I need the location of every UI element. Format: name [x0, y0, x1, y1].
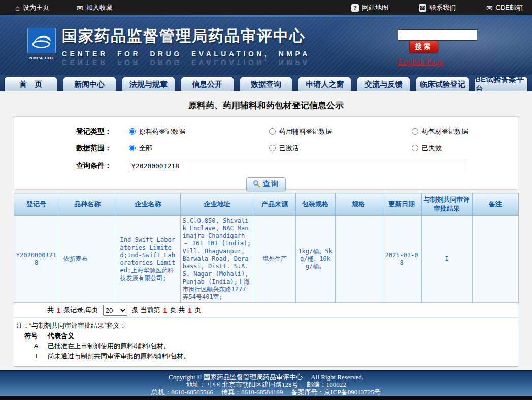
col-company: 企业名称	[116, 193, 180, 216]
note-item-a: A 已批准在上市制剂使用的原料/辅料/包材。	[16, 341, 514, 351]
header-search-area: 搜索 English Page	[398, 29, 519, 67]
note-header-meaning: 代表含义	[48, 331, 74, 341]
query-button[interactable]: 查询	[246, 177, 286, 191]
scope-row: 数据范围： 全部 已激活 已失效	[14, 140, 518, 157]
note-symbol-i: I	[24, 351, 48, 361]
radio-excipient-data-input[interactable]	[269, 128, 276, 135]
query-condition-label: 查询条件：	[76, 161, 118, 170]
nav-tab-clinical-trial[interactable]: 临床试验登记	[416, 77, 469, 91]
main-nav: 首 页 新闻中心 法规与规章 信息公开 数据查询 申请人之窗 交流与反馈 临床试…	[0, 75, 532, 91]
page-size-select[interactable]: 20	[103, 305, 127, 316]
nav-tab-feedback[interactable]: 交流与反馈	[357, 77, 410, 91]
english-page-link[interactable]: English Page	[398, 57, 443, 67]
page-root: ⌂ 设为主页 ✉ 加入收藏 ? 网站地图 ☎ 联系我们 ✉ CDE邮箱	[0, 0, 532, 400]
magnifier-icon	[253, 180, 260, 188]
note-title: 注：“与制剂共同审评审批结果”释义：	[16, 321, 514, 331]
cell-address: S.C.O.850, Shivalik Enclave, NAC Manimaj…	[180, 216, 254, 303]
total-record-count: 1	[57, 306, 60, 314]
add-favorite-link[interactable]: ✉ 加入收藏	[77, 3, 113, 12]
set-homepage-link[interactable]: ⌂ 设为主页	[15, 3, 49, 12]
col-package: 包装规格	[295, 193, 335, 216]
footer-address: 地址： 中国 北京市朝阳区建国路128号 邮编：100022	[0, 381, 532, 388]
home-icon: ⌂	[15, 4, 20, 12]
col-address: 企业地址	[180, 193, 254, 216]
set-homepage-label: 设为主页	[23, 3, 49, 12]
col-remark: 备注	[472, 193, 518, 216]
cell-spec	[335, 216, 382, 303]
note-header: 符号 代表含义	[16, 331, 514, 341]
radio-scope-all-input[interactable]	[129, 145, 136, 151]
pagination-text: 页 共	[170, 305, 185, 315]
cell-remark	[472, 216, 518, 303]
note-meaning-a: 已批准在上市制剂使用的原料/辅料/包材。	[48, 341, 170, 351]
nav-tab-home[interactable]: 首 页	[4, 77, 57, 91]
cell-reg-no: Y20200001218	[14, 216, 59, 303]
query-condition-input[interactable]	[129, 161, 467, 171]
footer-contact: 总机：8610-68585566 传真：8610-68584189 备案序号：京…	[0, 388, 532, 396]
cell-company: Ind-Swift Laboratories Limited;Ind-Swift…	[116, 216, 180, 303]
cell-review-result: I	[421, 216, 472, 303]
sitemap-link[interactable]: ? 网站地图	[351, 3, 388, 12]
nav-tab-regulations[interactable]: 法规与规章	[122, 77, 175, 91]
nav-tab-be-platform[interactable]: BE试验备案平台	[475, 77, 528, 91]
note-header-symbol: 符号	[24, 331, 48, 341]
site-title-cn: 国家药品监督管理局药品审评中心	[62, 26, 310, 47]
envelope-icon: ✉	[77, 4, 83, 12]
cde-mail-label: CDE邮箱	[496, 3, 523, 12]
nav-tab-disclosure[interactable]: 信息公开	[181, 77, 234, 91]
radio-scope-all[interactable]: 全部	[129, 144, 269, 153]
query-button-label: 查询	[263, 179, 279, 189]
results-table: 登记号 品种名称 企业名称 企业地址 产品来源 包装规格 规格 更新日期 与制剂…	[14, 193, 519, 303]
pagination-bar: 共 1 条记录,每页 20 条 当前第 1 页 共 1 页	[14, 303, 518, 318]
note-item-i: I 尚未通过与制剂共同审评审批的原料/辅料/包材。	[16, 351, 514, 361]
site-search-button[interactable]: 搜索	[409, 41, 438, 53]
cell-update-date: 2021-01-08	[382, 216, 421, 303]
radio-scope-invalid-input[interactable]	[412, 145, 418, 151]
bottom-box: 共 1 条记录,每页 20 条 当前第 1 页 共 1 页 注：“与制剂共同审评…	[14, 303, 518, 367]
page-title: 原料药、药用辅料和药包材登记信息公示	[0, 100, 532, 111]
query-form: 登记类型： 原料药登记数据 药用辅料登记数据 药包材登记数据 数据范围：	[14, 116, 518, 190]
cell-source: 境外生产	[254, 216, 295, 303]
scope-label: 数据范围：	[76, 144, 118, 153]
col-reg-no: 登记号	[14, 193, 59, 216]
reg-type-row: 登记类型： 原料药登记数据 药用辅料登记数据 药包材登记数据	[14, 123, 518, 140]
mail-icon: ✉	[486, 4, 493, 12]
nav-tab-data-query[interactable]: 数据查询	[240, 77, 293, 91]
current-page-number: 1	[163, 306, 167, 314]
pagination-text: 页	[195, 305, 202, 315]
site-title-en-reflection: CENTER FOR DRUG EVALUATION, NMPA	[62, 58, 310, 67]
footer-bottom-bar	[0, 396, 532, 400]
nmpa-cde-logo[interactable]: NMPA CDE	[27, 28, 57, 60]
site-title-en: CENTER FOR DRUG EVALUATION, NMPA	[62, 50, 310, 58]
nav-tab-news[interactable]: 新闻中心	[63, 77, 116, 91]
radio-api-data-input[interactable]	[129, 128, 136, 135]
col-source: 产品来源	[254, 193, 295, 216]
site-title-block: 国家药品监督管理局药品审评中心 CENTER FOR DRUG EVALUATI…	[62, 26, 310, 67]
col-name: 品种名称	[59, 193, 116, 216]
pagination-text: 条 当前第	[132, 305, 160, 315]
contact-link[interactable]: ☎ 联系我们	[419, 3, 456, 12]
radio-scope-active-input[interactable]	[269, 145, 276, 151]
table-row: Y20200001218 依折麦布 Ind-Swift Laboratories…	[14, 216, 518, 303]
add-favorite-label: 加入收藏	[86, 3, 113, 12]
radio-api-data[interactable]: 原料药登记数据	[129, 127, 269, 136]
reg-type-label: 登记类型：	[76, 127, 118, 136]
col-spec: 规格	[335, 193, 382, 216]
table-header-row: 登记号 品种名称 企业名称 企业地址 产品来源 包装规格 规格 更新日期 与制剂…	[14, 193, 518, 216]
topbar-right: ? 网站地图 ☎ 联系我们 ✉ CDE邮箱	[321, 3, 523, 12]
top-utility-bar: ⌂ 设为主页 ✉ 加入收藏 ? 网站地图 ☎ 联系我们 ✉ CDE邮箱	[0, 0, 532, 15]
cell-name: 依折麦布	[59, 216, 116, 303]
footer-copyright: Copyright © 国家药品监督管理局药品审评中心 All Right Re…	[0, 373, 532, 381]
total-page-count: 1	[188, 306, 191, 314]
question-icon: ?	[351, 4, 359, 12]
site-search-input[interactable]	[398, 29, 477, 41]
radio-packaging-data-input[interactable]	[412, 128, 418, 135]
note-symbol-a: A	[24, 341, 48, 351]
radio-scope-active[interactable]: 已激活	[269, 144, 412, 153]
note-meaning-i: 尚未通过与制剂共同审评审批的原料/辅料/包材。	[48, 351, 190, 361]
radio-packaging-data[interactable]: 药包材登记数据	[412, 127, 468, 136]
nav-tab-applicant[interactable]: 申请人之窗	[298, 77, 351, 91]
radio-excipient-data[interactable]: 药用辅料登记数据	[269, 127, 412, 136]
cde-mail-link[interactable]: ✉ CDE邮箱	[486, 3, 523, 12]
radio-scope-invalid[interactable]: 已失效	[412, 144, 442, 153]
